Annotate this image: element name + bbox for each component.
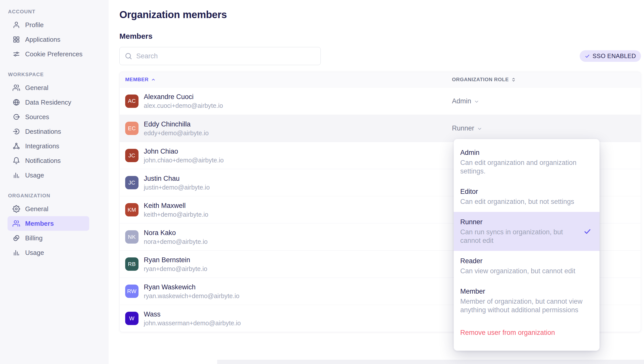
avatar: AC [125, 95, 139, 108]
member-cell: RWRyan Waskewichryan.waskewich+demo@airb… [120, 283, 446, 300]
sidebar-item-billing[interactable]: Billing [8, 231, 89, 245]
sidebar-item-sources[interactable]: Sources [8, 110, 89, 124]
member-cell: JCJohn Chiaojohn.chiao+demo@airbyte.io [120, 147, 446, 164]
role-option-member[interactable]: MemberMember of organization, but cannot… [454, 281, 600, 320]
role-option-title: Editor [460, 187, 593, 196]
role-dropdown-menu: AdminCan edit organization and organizat… [454, 139, 600, 351]
sidebar-item-general[interactable]: General [8, 202, 89, 216]
sidebar-nav: ACCOUNTProfileApplicationsCookie Prefere… [0, 8, 109, 260]
member-cell: ACAlexandre Cuocialex.cuoci+demo@airbyte… [120, 93, 446, 110]
role-option-runner[interactable]: RunnerCan run syncs in organization, but… [454, 212, 600, 251]
sidebar-item-general[interactable]: General [8, 80, 89, 95]
sso-badge-label: SSO ENABLED [592, 53, 636, 60]
member-name: Nora Kako [144, 229, 208, 237]
sort-icon [511, 77, 516, 82]
sidebar-item-cookie-preferences[interactable]: Cookie Preferences [8, 47, 89, 61]
gear-icon [13, 205, 20, 213]
users-icon [13, 84, 20, 92]
sidebar-item-notifications[interactable]: Notifications [8, 153, 89, 168]
member-name: Ryan Waskewich [144, 283, 239, 291]
sidebar-item-label: General [25, 205, 49, 213]
member-identity: Ryan Waskewichryan.waskewich+demo@airbyt… [144, 283, 239, 300]
check-icon [585, 54, 590, 59]
sidebar-item-label: Usage [25, 249, 44, 257]
member-cell: ECEddy Chinchillaeddy+demo@airbyte.io [120, 120, 446, 137]
member-name: John Chiao [144, 147, 224, 156]
role-option-editor[interactable]: EditorCan edit organization, but not set… [454, 181, 600, 212]
search-icon [125, 52, 132, 60]
role-option-description: Can edit organization and organization s… [460, 158, 587, 175]
member-email: john.chiao+demo@airbyte.io [144, 156, 224, 164]
role-option-reader[interactable]: ReaderCan view organization, but cannot … [454, 251, 600, 281]
table-header: MEMBER ORGANIZATION ROLE [120, 72, 641, 87]
sidebar-item-applications[interactable]: Applications [8, 32, 89, 47]
bar-chart-icon [13, 249, 20, 256]
role-value: Admin [452, 97, 471, 105]
bell-icon [13, 157, 20, 164]
search-box [119, 47, 321, 65]
role-select[interactable]: Admin [446, 97, 641, 105]
sidebar-item-label: Cookie Preferences [25, 50, 82, 58]
table-row: ACAlexandre Cuocialex.cuoci+demo@airbyte… [120, 87, 641, 115]
member-identity: Alexandre Cuocialex.cuoci+demo@airbyte.i… [144, 93, 223, 110]
sort-ascending-icon [151, 77, 156, 82]
role-value: Runner [452, 124, 474, 132]
sidebar-item-members[interactable]: Members [8, 216, 89, 231]
globe-icon [13, 99, 20, 106]
bar-chart-icon [13, 171, 20, 179]
member-email: ryan.waskewich+demo@airbyte.io [144, 292, 239, 300]
member-cell: KMKeith Maxwellkeith+demo@airbyte.io [120, 201, 446, 218]
sidebar-item-integrations[interactable]: Integrations [8, 139, 89, 153]
member-email: justin+demo@airbyte.io [144, 183, 210, 191]
sidebar-item-label: Profile [25, 21, 44, 29]
sidebar-section-account: ACCOUNTProfileApplicationsCookie Prefere… [0, 8, 109, 61]
role-option-description: Can run syncs in organization, but canno… [460, 228, 576, 245]
sliders-icon [13, 50, 20, 58]
member-email: john.wasserman+demo@airbyte.io [144, 319, 241, 327]
check-icon [585, 54, 590, 59]
avatar: JC [125, 149, 139, 162]
member-cell: NKNora Kakonora+demo@airbyte.io [120, 229, 446, 246]
sidebar-item-data-residency[interactable]: Data Residency [8, 95, 89, 110]
sidebar-item-destinations[interactable]: Destinations [8, 124, 89, 139]
grid-icon [13, 36, 20, 43]
sidebar-item-label: Data Residency [25, 99, 71, 106]
chevron-down-icon [477, 126, 482, 131]
sidebar-section-header: ACCOUNT [8, 8, 109, 16]
role-option-description: Can view organization, but cannot edit [460, 267, 587, 275]
role-column-label: ORGANIZATION ROLE [452, 77, 509, 82]
role-option-title: Runner [460, 217, 593, 226]
sidebar-section-organization: ORGANIZATIONGeneralMembersBillingUsage [0, 192, 109, 260]
sidebar-item-label: Destinations [25, 128, 61, 135]
member-email: alex.cuoci+demo@airbyte.io [144, 102, 223, 110]
member-identity: Keith Maxwellkeith+demo@airbyte.io [144, 201, 208, 218]
check-icon [583, 228, 591, 236]
role-option-title: Member [460, 287, 593, 296]
role-select[interactable]: Runner [446, 124, 641, 132]
sidebar-section-header: ORGANIZATION [8, 192, 109, 200]
member-email: keith+demo@airbyte.io [144, 210, 208, 218]
source-icon [13, 113, 20, 121]
member-column-label: MEMBER [125, 77, 149, 82]
column-header-organization-role[interactable]: ORGANIZATION ROLE [446, 77, 641, 82]
member-identity: Ryan Bernsteinryan+demo@airbyte.io [144, 256, 207, 273]
remove-user-menu-item[interactable]: Remove user from organization [454, 326, 600, 339]
search-input[interactable] [136, 52, 315, 60]
sidebar-item-usage[interactable]: Usage [8, 245, 89, 260]
sort-ascending-icon [151, 77, 156, 82]
sidebar-item-label: Integrations [25, 142, 59, 150]
members-section-title: Members [119, 32, 641, 40]
sidebar-section-workspace: WORKSPACEGeneralData ResidencySourcesDes… [0, 70, 109, 183]
role-option-description: Member of organization, but cannot view … [460, 297, 587, 314]
member-identity: John Chiaojohn.chiao+demo@airbyte.io [144, 147, 224, 164]
destination-icon [13, 128, 20, 135]
column-header-member[interactable]: MEMBER [120, 77, 446, 82]
member-cell: WWassjohn.wasserman+demo@airbyte.io [120, 310, 446, 327]
avatar: RB [125, 257, 139, 271]
avatar: KM [125, 203, 139, 216]
sidebar-item-label: Billing [25, 234, 42, 242]
sidebar-item-profile[interactable]: Profile [8, 18, 89, 32]
chevron-down-icon [474, 99, 479, 104]
sidebar-item-usage[interactable]: Usage [8, 168, 89, 183]
role-option-admin[interactable]: AdminCan edit organization and organizat… [454, 143, 600, 181]
